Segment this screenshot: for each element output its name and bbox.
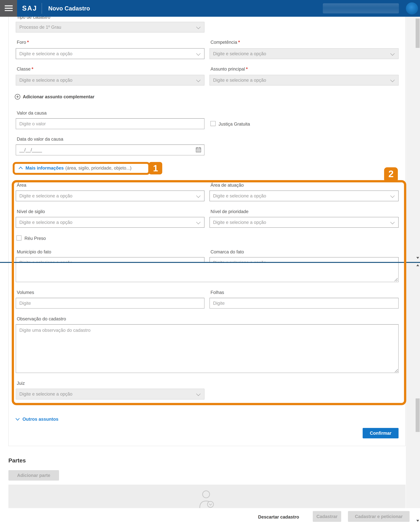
mais-informacoes-toggle[interactable]: Mais informações (área, sigilo, priorida… [19, 163, 131, 173]
folhas-label: Folhas [210, 290, 224, 295]
chevron-down-icon [390, 51, 395, 55]
observacao-textarea[interactable] [16, 324, 399, 373]
adicionar-parte-button: Adicionar parte [8, 470, 59, 481]
nivel-sigilo-combobox[interactable]: Digite e selecione a opção [16, 217, 204, 228]
chevron-down-icon [390, 220, 395, 224]
chevron-down-icon [196, 51, 200, 55]
header-search-input[interactable] [323, 3, 399, 13]
foro-combobox[interactable]: Digite e selecione a opção [16, 48, 204, 59]
saj-logo[interactable]: SAJ [22, 4, 37, 12]
classe-label: Classe* [17, 66, 33, 72]
area-atuacao-combobox[interactable]: Digite e selecione a opção [210, 191, 399, 201]
scrollbar-up-arrow[interactable] [416, 264, 419, 266]
descartar-cadastro-button[interactable]: Descartar cadastro [258, 508, 299, 526]
chevron-down-icon [196, 78, 200, 82]
comarca-fato-label: Comarca do fato [210, 249, 244, 254]
nivel-sigilo-label: Nível de sigilo [17, 209, 45, 214]
avatar[interactable] [406, 2, 418, 14]
clipped-textarea[interactable] [16, 263, 399, 282]
chevron-down-icon [196, 193, 200, 198]
resize-grip-icon[interactable] [395, 369, 398, 373]
scrollbar-down-arrow[interactable] [416, 257, 419, 259]
observacao-label: Observação do cadastro [17, 316, 66, 322]
chevron-down-icon [196, 25, 200, 29]
hamburger-menu-icon[interactable] [0, 0, 17, 17]
outros-assuntos-toggle[interactable]: Outros assuntos [15, 415, 59, 423]
foro-label: Foro* [17, 40, 29, 45]
juiz-combobox: Digite e selecione a opção [16, 389, 204, 399]
confirmar-button[interactable]: Confirmar [363, 428, 399, 438]
plus-circle-icon [15, 94, 20, 100]
justica-gratuita-checkbox[interactable] [210, 121, 215, 126]
chevron-down-icon [15, 418, 20, 421]
tipo-cadastro-select: Processo de 1º Grau [16, 22, 204, 33]
competencia-combobox: Digite e selecione a opção [210, 48, 399, 59]
area-atuacao-label: Área de atuação [210, 182, 244, 188]
cadastrar-button: Cadastrar [313, 511, 341, 522]
assunto-principal-label: Assunto principal* [210, 66, 248, 72]
classe-combobox: Digite e selecione a opção [16, 75, 204, 86]
chevron-up-icon [19, 166, 23, 170]
nivel-prioridade-label: Nível de prioridade [210, 209, 248, 214]
folhas-input[interactable] [210, 298, 399, 309]
volumes-label: Volumes [17, 290, 34, 295]
scrollbar-thumb[interactable] [416, 19, 420, 48]
chevron-down-icon [196, 220, 200, 224]
municipio-fato-label: Município do fato [17, 249, 51, 254]
comarca-fato-clipped: Digite e selecione a opção [210, 257, 399, 263]
valor-causa-label: Valor da causa [17, 110, 47, 116]
resize-grip-icon[interactable] [394, 278, 398, 282]
reu-preso-checkbox[interactable] [17, 235, 21, 241]
chevron-down-icon [390, 193, 395, 198]
municipio-fato-clipped: Digite e selecione a opção [16, 257, 204, 263]
data-valor-causa-input[interactable] [16, 144, 204, 155]
nivel-prioridade-combobox[interactable]: Digite e selecione a opção [210, 217, 399, 228]
calendar-icon[interactable] [196, 147, 201, 153]
reu-preso-label: Réu Preso [24, 236, 46, 241]
header-divider [42, 3, 42, 14]
competencia-label: Competência* [210, 40, 240, 45]
chevron-down-icon [196, 392, 200, 396]
cadastrar-e-peticionar-button: Cadastrar e peticionar [348, 511, 410, 522]
justica-gratuita-label: Justiça Gratuita [219, 121, 250, 127]
add-complementary-subject-link[interactable]: Adicionar assunto complementar [15, 94, 94, 100]
scrollbar-thumb[interactable] [416, 398, 420, 432]
partes-empty-panel [8, 485, 406, 508]
annotation-badge-2: 2 [384, 167, 398, 180]
screenshot-seam [0, 262, 420, 263]
page-title: Novo Cadastro [48, 5, 90, 12]
partes-title: Partes [8, 457, 26, 464]
juiz-label: Juiz [17, 381, 25, 386]
data-valor-causa-label: Data do valor da causa [17, 136, 63, 142]
area-combobox[interactable]: Digite e selecione a opção [16, 191, 204, 201]
chevron-down-icon [390, 78, 395, 82]
annotation-badge-1: 1 [149, 162, 162, 174]
area-label: Área [17, 182, 26, 188]
scrollbar-down-arrow[interactable] [416, 520, 419, 522]
valor-causa-input[interactable] [16, 118, 204, 129]
municipio-fato-combobox[interactable]: Digite e selecione a opção [16, 257, 204, 263]
app-header: SAJ Novo Cadastro [0, 0, 420, 17]
novo-cadastro-page: Tipo de cadastro Processo de 1º Grau For… [0, 0, 420, 526]
assunto-principal-combobox: Digite e selecione a opção [210, 75, 399, 86]
empty-parties-person-icon [199, 490, 215, 508]
comarca-fato-combobox[interactable]: Digite e selecione a opção [210, 257, 399, 263]
volumes-input[interactable] [16, 298, 204, 309]
